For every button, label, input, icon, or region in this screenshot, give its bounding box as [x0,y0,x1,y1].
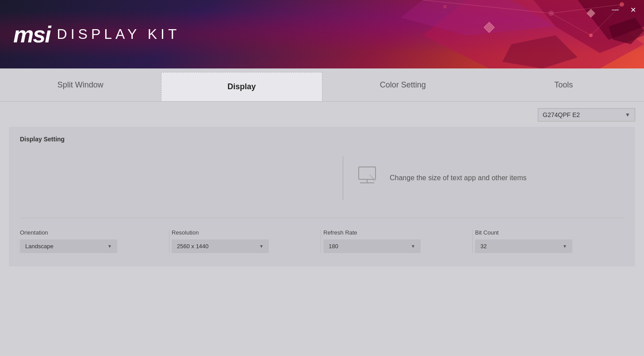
orientation-value: Landscape [25,243,54,250]
bit-count-value: 32 [480,243,487,250]
refresh-rate-dropdown[interactable]: 180 ▼ [323,239,421,253]
tab-color-setting[interactable]: Color Setting [322,68,483,101]
resolution-dropdown[interactable]: 2560 x 1440 ▼ [172,239,269,253]
change-size-text: Change the size of text app and other it… [390,174,527,182]
display-setting-card: Display Setting [9,127,635,266]
resolution-value: 2560 x 1440 [177,243,209,250]
refresh-rate-group: Refresh Rate 180 ▼ [321,229,472,253]
refresh-rate-value: 180 [329,243,338,250]
tab-split-window[interactable]: Split Window [0,68,161,101]
monitor-select-row: G274QPF E2 ▼ [9,108,635,121]
header-banner: msi DISPLAY KIT — ✕ [0,0,644,68]
resolution-label: Resolution [172,229,312,236]
header-logo: msi DISPLAY KIT [13,21,180,48]
bit-count-dropdown[interactable]: 32 ▼ [475,239,572,253]
resolution-group: Resolution 2560 x 1440 ▼ [169,229,321,253]
monitor-dropdown-value: G274QPF E2 [543,111,580,118]
bit-count-group: Bit Count 32 ▼ [472,229,624,253]
svg-rect-16 [359,167,376,179]
monitor-dropdown[interactable]: G274QPF E2 ▼ [538,108,635,121]
change-size-area: Change the size of text app and other it… [356,166,624,190]
product-name: DISPLAY KIT [57,26,180,42]
bit-count-arrow: ▼ [563,244,567,249]
orientation-group: Orientation Landscape ▼ [20,229,169,253]
monitor-dropdown-arrow: ▼ [625,112,630,118]
app-window: msi DISPLAY KIT — ✕ Split Window Display… [0,0,644,356]
header-decoration [334,0,644,68]
resolution-arrow: ▼ [259,244,264,249]
window-controls: — ✕ [611,5,637,14]
tab-display[interactable]: Display [161,72,323,101]
refresh-rate-label: Refresh Rate [323,229,464,236]
orientation-label: Orientation [20,229,160,236]
monitor-preview [20,151,330,205]
nav-tabs: Split Window Display Color Setting Tools [0,68,644,102]
msi-brand: msi [13,21,50,48]
card-title: Display Setting [20,136,624,143]
controls-row: Orientation Landscape ▼ Resolution 2560 … [20,218,624,253]
orientation-arrow: ▼ [107,244,112,249]
bit-count-label: Bit Count [475,229,615,236]
divider-vertical [343,156,343,200]
svg-point-7 [443,5,447,8]
minimize-button[interactable]: — [611,5,620,14]
tab-tools[interactable]: Tools [483,68,644,101]
main-content: G274QPF E2 ▼ Display Setting [0,102,644,356]
monitor-icon [130,149,219,207]
close-button[interactable]: ✕ [629,5,637,14]
scale-monitor-icon [356,166,381,188]
display-preview-area: Change the size of text app and other it… [20,151,624,205]
orientation-dropdown[interactable]: Landscape ▼ [20,239,117,253]
refresh-rate-arrow: ▼ [411,244,415,249]
scale-icon [356,166,381,190]
